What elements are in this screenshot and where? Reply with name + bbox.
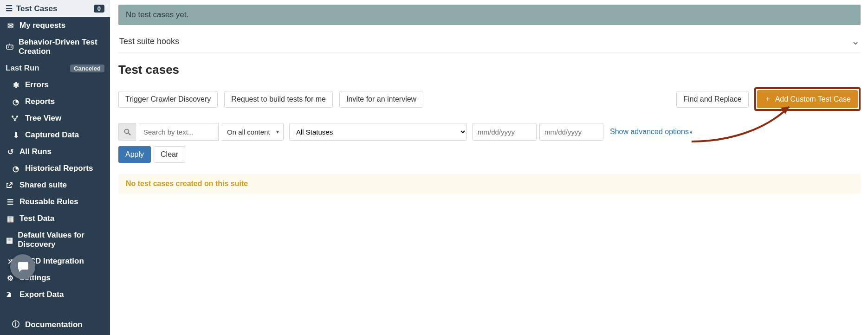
sidebar-item-test-cases[interactable]: ☰ Test Cases 0 xyxy=(0,0,110,17)
sidebar-item-documentation[interactable]: ⓘ Documentation xyxy=(0,316,110,333)
request-build-button[interactable]: Request to build tests for me xyxy=(224,91,333,108)
section-title-test-cases: Test cases xyxy=(118,63,861,77)
empty-suite-message: No test cases created on this suite xyxy=(118,174,861,193)
info-icon: ⓘ xyxy=(11,320,20,329)
sidebar-item-reports[interactable]: ◔ Reports xyxy=(0,93,110,110)
pie-chart-icon: ◔ xyxy=(11,97,20,106)
test-cases-count-badge: 0 xyxy=(94,5,104,13)
add-custom-test-case-button[interactable]: ＋ Add Custom Test Case xyxy=(757,90,858,108)
content-scope-select[interactable]: On all content xyxy=(221,123,284,141)
pie-chart-icon: ◔ xyxy=(11,164,20,173)
sidebar-item-captured-data[interactable]: ⬇ Captured Data xyxy=(0,127,110,143)
table-icon: ▦ xyxy=(6,236,13,245)
svg-line-8 xyxy=(129,133,130,135)
table-icon: ▦ xyxy=(6,214,15,223)
sidebar-item-shared-suite[interactable]: Shared suite xyxy=(0,177,110,193)
plus-icon: ＋ xyxy=(764,94,771,104)
invite-interview-button[interactable]: Invite for an interview xyxy=(339,91,423,108)
date-to-input[interactable] xyxy=(539,123,603,141)
robot-icon xyxy=(6,44,14,50)
last-run-label: Last Run xyxy=(6,64,39,73)
sidebar-item-reusable-rules[interactable]: ☰ Reusable Rules xyxy=(0,193,110,210)
share-icon xyxy=(6,182,15,188)
chat-icon xyxy=(16,261,29,273)
svg-point-1 xyxy=(8,46,9,47)
tree-icon xyxy=(11,115,20,122)
add-custom-highlight: ＋ Add Custom Test Case xyxy=(754,87,861,111)
bug-icon: ✱ xyxy=(11,81,20,90)
envelope-icon: ✉ xyxy=(6,21,15,30)
main-content: No test cases yet. Test suite hooks ⌄ Te… xyxy=(110,0,868,335)
test-suite-hooks-row[interactable]: Test suite hooks ⌄ xyxy=(118,32,861,52)
sidebar-item-my-requests[interactable]: ✉ My requests xyxy=(0,17,110,34)
svg-point-4 xyxy=(12,116,13,117)
caret-down-icon: ▾ xyxy=(690,129,693,135)
svg-point-2 xyxy=(11,46,12,47)
search-input[interactable] xyxy=(139,123,219,141)
chevron-down-icon: ⌄ xyxy=(851,35,860,47)
search-icon xyxy=(118,123,136,141)
trigger-crawler-button[interactable]: Trigger Crawler Discovery xyxy=(118,91,218,108)
sidebar-item-bdtc[interactable]: Behavior-Driven Test Creation xyxy=(0,34,110,60)
history-icon: ↺ xyxy=(6,148,15,156)
apply-button[interactable]: Apply xyxy=(118,146,151,163)
list-icon: ☰ xyxy=(6,198,15,206)
no-tests-banner: No test cases yet. xyxy=(118,5,861,25)
sidebar-item-tree-view[interactable]: Tree View xyxy=(0,110,110,127)
sidebar-item-all-runs[interactable]: ↺ All Runs xyxy=(0,143,110,160)
date-from-input[interactable] xyxy=(473,123,537,141)
download-icon: ⬇ xyxy=(11,131,20,140)
find-replace-button[interactable]: Find and Replace xyxy=(676,91,748,108)
svg-rect-0 xyxy=(6,45,13,49)
hooks-title: Test suite hooks xyxy=(119,37,179,46)
sidebar-item-default-values[interactable]: ▦ Default Values for Discovery xyxy=(0,227,110,253)
test-case-toolbar: Trigger Crawler Discovery Request to bui… xyxy=(118,87,861,111)
sidebar: ☰ Test Cases 0 ✉ My requests Behavior-Dr… xyxy=(0,0,110,335)
last-run-status-badge: Canceled xyxy=(70,64,104,72)
clear-button[interactable]: Clear xyxy=(154,146,185,163)
svg-point-7 xyxy=(125,129,129,133)
sidebar-test-cases-label: Test Cases xyxy=(16,4,58,13)
svg-point-6 xyxy=(14,119,16,121)
chat-widget[interactable] xyxy=(10,254,35,279)
svg-point-5 xyxy=(16,116,18,117)
filter-action-row: Apply Clear xyxy=(118,146,861,163)
export-icon xyxy=(6,291,15,298)
show-advanced-link[interactable]: Show advanced options▾ xyxy=(610,128,693,136)
sidebar-item-test-data[interactable]: ▦ Test Data xyxy=(0,210,110,227)
sidebar-item-errors[interactable]: ✱ Errors xyxy=(0,77,110,93)
sidebar-item-export[interactable]: Export Data xyxy=(0,286,110,303)
filter-row: On all content All Statuses Show advance… xyxy=(118,123,861,141)
sidebar-last-run-row: Last Run Canceled xyxy=(0,60,110,77)
sidebar-item-historical-reports[interactable]: ◔ Historical Reports xyxy=(0,160,110,177)
status-select[interactable]: All Statuses xyxy=(289,123,467,141)
